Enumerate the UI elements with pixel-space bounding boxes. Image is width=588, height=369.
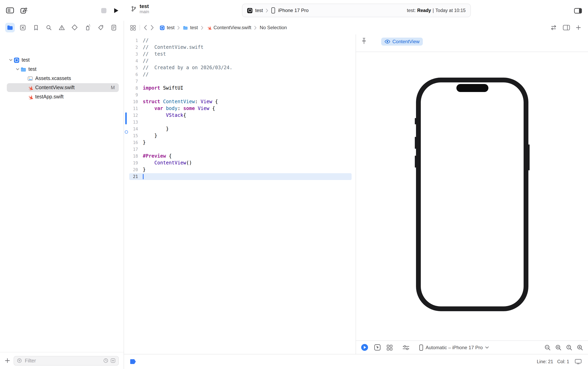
live-preview-button[interactable] (361, 344, 368, 351)
related-items-button[interactable] (130, 25, 136, 31)
bookmark-icon (33, 24, 39, 31)
tree-row-assets-xcassets[interactable]: Assets.xcassets (7, 74, 119, 83)
code-line-10[interactable]: 10struct ContentView: View { (124, 98, 355, 105)
tree-row-contentview-swift[interactable]: ContentView.swiftM (7, 83, 119, 92)
tab-project-navigator[interactable] (5, 23, 15, 32)
filter-input[interactable] (24, 357, 101, 364)
zoom-fit-button[interactable] (555, 344, 562, 351)
disclosure-chevron-icon[interactable] (15, 67, 20, 71)
run-button[interactable] (114, 7, 119, 13)
back-button[interactable] (144, 25, 147, 31)
zoom-out-button[interactable] (544, 344, 551, 351)
navigator-toggle-button[interactable] (5, 6, 15, 15)
code-line-4[interactable]: 4// (124, 58, 355, 64)
source-editor[interactable]: 1//2// ContentView.swift3// test4//5// C… (124, 34, 355, 354)
code-line-12[interactable]: 12 VStack{ (124, 112, 355, 119)
code-line-9[interactable]: 9 (124, 92, 355, 98)
tab-breakpoints[interactable] (96, 23, 105, 32)
main-toolbar: test main test iPhone 17 Pro test: Ready… (0, 0, 588, 21)
recents-clock-icon[interactable] (103, 358, 108, 363)
chevron-right-icon (150, 25, 154, 31)
breadcrumb-chevron-icon (251, 25, 260, 30)
code-line-18[interactable]: 18#Preview { (124, 153, 355, 160)
tree-row-testapp-swift[interactable]: testApp.swift (7, 92, 119, 101)
pin-preview-button[interactable] (361, 38, 367, 44)
code-line-5[interactable]: 5// Created by a on 2026/03/24. (124, 64, 355, 71)
build-time: Today at 10:15 (436, 8, 466, 13)
canvas-tab-strip: ContentView (356, 34, 588, 52)
device-settings-button[interactable] (402, 345, 410, 350)
tree-row-test[interactable]: test (7, 56, 119, 64)
tree-row-test[interactable]: test (7, 65, 119, 74)
breadcrumb-item[interactable]: ContentView.swift (206, 25, 251, 31)
iphone-device-preview[interactable] (416, 78, 528, 311)
code-line-7[interactable]: 7 (124, 78, 355, 85)
zoom-in-button[interactable] (577, 344, 583, 351)
zoom-actual-size-button[interactable] (566, 344, 572, 351)
line-text: // (143, 58, 149, 64)
add-editor-button[interactable] (576, 25, 581, 31)
code-line-17[interactable]: 17 (124, 146, 355, 153)
search-icon (46, 24, 52, 31)
tab-find[interactable] (44, 23, 54, 32)
stop-button[interactable] (101, 7, 107, 13)
variants-button[interactable] (386, 344, 393, 351)
project-icon (160, 25, 165, 30)
code-line-15[interactable]: 15 } (124, 133, 355, 139)
code-line-3[interactable]: 3// test (124, 51, 355, 58)
code-line-6[interactable]: 6// (124, 71, 355, 78)
code-line-20[interactable]: 20} (124, 166, 355, 173)
stop-icon (101, 7, 107, 13)
phone-icon (419, 344, 423, 351)
breadcrumb-item[interactable]: test (160, 25, 175, 31)
tab-source-control[interactable] (18, 23, 28, 32)
selectable-mode-button[interactable] (374, 344, 381, 351)
line-text: var body: some View { (143, 105, 215, 112)
tab-tests[interactable] (70, 23, 80, 32)
tab-bookmarks[interactable] (31, 23, 41, 32)
breakpoints-toggle-button[interactable] (129, 359, 137, 365)
status-destination: iPhone 17 Pro (278, 8, 309, 13)
display-settings-button[interactable] (575, 359, 582, 365)
code-line-13[interactable]: 13 (124, 119, 355, 126)
activity-view[interactable]: test iPhone 17 Pro test: Ready | Today a… (242, 4, 471, 17)
code-line-11[interactable]: 11 var body: some View { (124, 105, 355, 112)
device-screen (421, 82, 524, 306)
code-line-2[interactable]: 2// ContentView.swift (124, 44, 355, 51)
tab-issues[interactable] (57, 23, 67, 32)
cursor-line-indicator: Line: 21 (537, 359, 553, 364)
filter-field[interactable] (14, 356, 119, 365)
forward-button[interactable] (150, 25, 154, 31)
code-line-21[interactable]: 21 (124, 173, 355, 180)
add-filter-icon[interactable] (110, 358, 116, 363)
compare-editors-button[interactable] (550, 25, 557, 31)
line-number: 4 (124, 58, 138, 64)
tab-reports[interactable] (109, 23, 118, 32)
compose-button[interactable] (19, 6, 29, 15)
disclosure-chevron-icon[interactable] (8, 58, 13, 62)
code-line-1[interactable]: 1// (124, 37, 355, 44)
code-line-14[interactable]: 14 } (124, 126, 355, 133)
tree-label: testApp.swift (35, 94, 64, 100)
preview-tab[interactable]: ContentView (381, 38, 423, 46)
tab-debug[interactable] (83, 23, 93, 32)
code-line-16[interactable]: 16} (124, 139, 355, 146)
scheme-area[interactable]: test main (131, 3, 149, 14)
inspector-toggle-button[interactable] (573, 6, 583, 16)
line-number: 17 (124, 146, 138, 153)
line-number: 20 (124, 166, 138, 173)
line-text: // Created by a on 2026/03/24. (143, 64, 233, 71)
code-line-19[interactable]: 19 ContentView() (124, 160, 355, 166)
breadcrumb-item[interactable]: test (183, 25, 198, 31)
zoom-fit-icon (555, 344, 562, 351)
git-branch-icon (131, 5, 136, 12)
breadcrumb-item[interactable]: No Selection (260, 25, 287, 31)
line-text: // test (143, 51, 166, 58)
code-line-8[interactable]: 8import SwiftUI (124, 85, 355, 92)
editor-options-button[interactable] (563, 25, 570, 31)
dynamic-island (456, 84, 488, 92)
device-picker[interactable]: Automatic – iPhone 17 Pro (419, 344, 489, 351)
zoom-out-icon (544, 344, 551, 351)
tree-label: test (22, 57, 30, 63)
add-button[interactable] (5, 358, 10, 363)
